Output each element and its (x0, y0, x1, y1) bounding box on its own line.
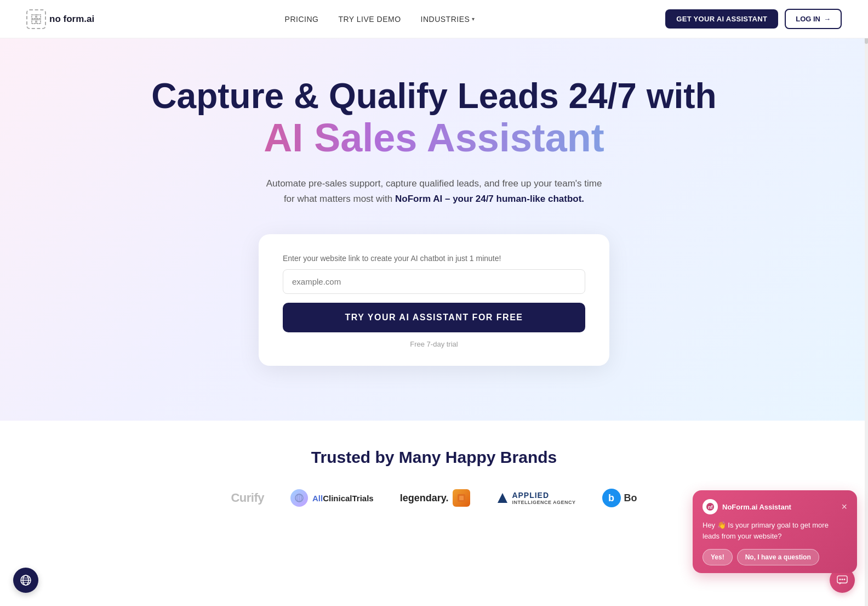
logo[interactable]: no form.ai (26, 9, 94, 29)
bo-text: Bo (624, 492, 637, 504)
try-free-button[interactable]: TRY YOUR AI ASSISTANT FOR FREE (283, 303, 585, 332)
scrollbar[interactable] (865, 0, 868, 606)
nav-links: PRICING TRY LIVE DEMO INDUSTRIES ▾ (285, 14, 475, 24)
legendary-text: legendary. (400, 492, 449, 504)
svg-marker-9 (498, 493, 507, 503)
bo-circle-icon: b (602, 489, 621, 507)
allclinical-icon (290, 489, 308, 507)
svg-point-20 (844, 579, 846, 580)
nav-demo[interactable]: TRY LIVE DEMO (338, 15, 401, 24)
brand-bo: b Bo (602, 489, 637, 507)
navigation: no form.ai PRICING TRY LIVE DEMO INDUSTR… (0, 0, 868, 38)
applied-text: APPLIED (512, 491, 575, 500)
logo-box-icon (26, 9, 46, 29)
chat-avatar: nf (703, 499, 718, 514)
login-button[interactable]: LOG IN → (785, 9, 842, 29)
hero-title-main: Capture & Qualify Leads 24/7 with (151, 76, 716, 116)
chat-bubble: nf NoForm.ai Assistant × Hey 👋 Is your p… (693, 490, 857, 573)
nav-industries[interactable]: INDUSTRIES ▾ (421, 15, 475, 24)
brand-applied: APPLIED INTELLIGENCE AGENCY (496, 491, 575, 505)
legendary-icon (453, 489, 470, 507)
chat-header: nf NoForm.ai Assistant × (703, 499, 847, 514)
brand-legendary: legendary. (400, 489, 471, 507)
form-label: Enter your website link to create your A… (283, 254, 585, 263)
svg-rect-0 (32, 15, 36, 19)
chevron-down-icon: ▾ (472, 16, 475, 22)
chat-actions: Yes! No, I have a question (703, 549, 847, 565)
hero-section: Capture & Qualify Leads 24/7 with AI Sal… (0, 38, 868, 421)
chat-close-button[interactable]: × (841, 502, 847, 512)
website-url-input[interactable] (283, 269, 585, 294)
svg-rect-1 (37, 15, 41, 19)
hero-subtitle: Automate pre-sales support, capture qual… (266, 176, 602, 207)
svg-rect-8 (459, 496, 464, 500)
logo-text: no form.ai (49, 14, 94, 25)
chat-agent-name: NoForm.ai Assistant (722, 503, 791, 511)
chat-yes-button[interactable]: Yes! (703, 549, 733, 565)
svg-text:nf: nf (708, 505, 713, 510)
signup-form-card: Enter your website link to create your A… (259, 234, 609, 366)
svg-point-18 (840, 579, 841, 580)
free-trial-note: Free 7-day trial (283, 340, 585, 348)
applied-subtext: INTELLIGENCE AGENCY (512, 500, 575, 505)
arrow-icon: → (824, 15, 831, 23)
get-assistant-button[interactable]: GET YOUR AI ASSISTANT (665, 9, 778, 29)
brand-curify: Curify (231, 491, 264, 505)
allclinical-text: AllClinicalTrials (312, 494, 374, 503)
curify-logo: Curify (231, 491, 264, 505)
hero-subtitle-bold: NoForm AI – your 24/7 human-like chatbot… (395, 194, 584, 204)
svg-point-19 (842, 579, 843, 580)
nav-pricing[interactable]: PRICING (285, 15, 319, 24)
chat-message: Hey 👋 Is your primary goal to get more l… (703, 520, 847, 541)
svg-rect-3 (37, 20, 41, 24)
globe-fab[interactable] (13, 568, 38, 593)
nav-actions: GET YOUR AI ASSISTANT LOG IN → (665, 9, 842, 29)
chat-no-button[interactable]: No, I have a question (737, 549, 819, 565)
hero-title-gradient: AI Sales Assistant (151, 115, 716, 161)
chat-widget: nf NoForm.ai Assistant × Hey 👋 Is your p… (693, 490, 857, 573)
svg-rect-2 (32, 20, 36, 24)
brand-allclinical: AllClinicalTrials (290, 489, 374, 507)
trusted-title: Trusted by Many Happy Brands (26, 448, 842, 467)
chat-agent-info: nf NoForm.ai Assistant (703, 499, 791, 514)
hero-title: Capture & Qualify Leads 24/7 with AI Sal… (151, 77, 716, 176)
